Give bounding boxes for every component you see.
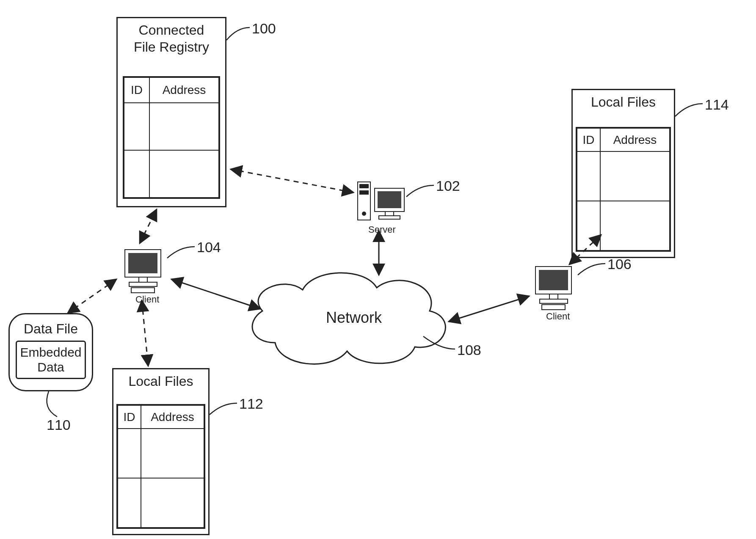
connectors <box>0 0 756 539</box>
svg-line-18 <box>140 209 157 243</box>
svg-line-21 <box>171 279 260 309</box>
diagram-canvas: Connected File Registry ID Address 100 L… <box>0 0 756 539</box>
svg-line-23 <box>68 279 116 313</box>
svg-line-25 <box>569 235 601 264</box>
svg-line-19 <box>231 169 353 192</box>
svg-line-24 <box>142 300 148 366</box>
svg-line-22 <box>449 296 529 322</box>
